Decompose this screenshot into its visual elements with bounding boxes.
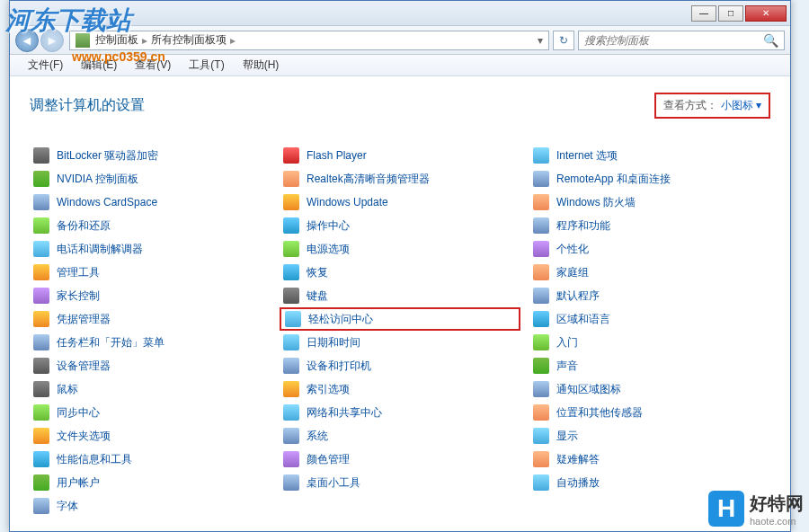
search-icon[interactable]: 🔍 <box>763 33 778 48</box>
cp-item[interactable]: 个性化 <box>529 237 770 261</box>
cp-item-icon <box>33 404 49 421</box>
cp-item[interactable]: 轻松访问中心 <box>280 307 520 331</box>
breadcrumb-field[interactable]: 控制面板 ▸ 所有控制面板项 ▸ ▾ <box>69 31 549 50</box>
refresh-button[interactable]: ↻ <box>553 31 574 50</box>
cp-item[interactable]: 文件夹选项 <box>30 424 271 448</box>
cp-item[interactable]: 同步中心 <box>30 401 271 424</box>
cp-item-label: 字体 <box>57 499 78 514</box>
forward-button[interactable]: ► <box>40 29 64 52</box>
breadcrumb-root[interactable]: 控制面板 <box>95 32 138 48</box>
cp-item[interactable]: 声音 <box>529 354 770 377</box>
cp-item-label: 通知区域图标 <box>556 382 621 397</box>
cp-item[interactable]: 凭据管理器 <box>30 307 271 331</box>
cp-item[interactable]: 键盘 <box>280 284 520 307</box>
cp-item[interactable]: Realtek高清晰音频管理器 <box>280 167 520 191</box>
minimize-button[interactable]: — <box>691 5 716 22</box>
cp-item-label: 恢复 <box>307 265 328 280</box>
haote-logo-icon: H <box>708 491 744 527</box>
cp-item[interactable]: 家长控制 <box>30 284 271 307</box>
cp-item[interactable]: 日期和时间 <box>280 331 520 354</box>
cp-item-icon <box>33 241 49 257</box>
back-button[interactable]: ◄ <box>15 29 39 52</box>
close-button[interactable]: ✕ <box>745 5 787 22</box>
cp-item[interactable]: 用户帐户 <box>30 471 271 494</box>
cp-item[interactable]: 字体 <box>30 494 271 518</box>
cp-item-label: 桌面小工具 <box>307 475 360 491</box>
cp-item[interactable]: 默认程序 <box>529 284 770 307</box>
cp-item[interactable]: 家庭组 <box>529 261 770 284</box>
cp-item[interactable]: 任务栏和「开始」菜单 <box>30 331 271 354</box>
cp-item[interactable]: Windows Update <box>280 191 520 214</box>
cp-item[interactable]: 备份和还原 <box>30 214 271 237</box>
address-bar: ◄ ► 控制面板 ▸ 所有控制面板项 ▸ ▾ ↻ 🔍 <box>10 26 790 55</box>
cp-item[interactable]: 电话和调制解调器 <box>30 237 271 261</box>
cp-item-icon <box>533 428 549 444</box>
watermark-haote: H 好特网 haote.com <box>708 491 804 527</box>
cp-item[interactable]: 设备管理器 <box>30 354 271 377</box>
cp-item[interactable]: 管理工具 <box>30 261 271 284</box>
view-mode-selector[interactable]: 查看方式： 小图标 ▾ <box>654 93 770 119</box>
menu-help[interactable]: 帮助(H) <box>234 55 289 75</box>
cp-item-label: 位置和其他传感器 <box>556 405 643 421</box>
cp-item-label: 入门 <box>556 335 578 350</box>
cp-item[interactable]: 通知区域图标 <box>529 377 770 401</box>
cp-item[interactable]: 操作中心 <box>280 214 520 237</box>
cp-item-icon <box>533 474 549 491</box>
breadcrumb-dropdown[interactable]: ▾ <box>538 34 543 47</box>
chevron-right-icon: ▸ <box>142 34 147 47</box>
cp-item[interactable]: BitLocker 驱动器加密 <box>30 144 271 167</box>
cp-item[interactable]: 系统 <box>280 424 520 448</box>
search-field[interactable]: 🔍 <box>578 31 785 50</box>
cp-item-label: 家长控制 <box>57 288 100 304</box>
cp-item[interactable]: Windows CardSpace <box>30 191 271 214</box>
cp-item-label: 区域和语言 <box>556 312 610 327</box>
cp-item[interactable]: 索引选项 <box>280 377 520 401</box>
breadcrumb-current[interactable]: 所有控制面板项 <box>151 32 227 48</box>
menu-file[interactable]: 文件(F) <box>19 55 72 75</box>
control-panel-icon <box>76 33 90 48</box>
cp-item-label: 默认程序 <box>556 288 600 304</box>
cp-item[interactable]: 鼠标 <box>30 377 271 401</box>
cp-item[interactable]: NVIDIA 控制面板 <box>30 167 271 191</box>
cp-item[interactable]: 电源选项 <box>280 237 520 261</box>
cp-item-icon <box>533 381 549 397</box>
cp-item[interactable]: 程序和功能 <box>529 214 770 237</box>
cp-item[interactable]: 桌面小工具 <box>280 471 520 494</box>
cp-item[interactable]: 位置和其他传感器 <box>529 401 770 424</box>
cp-item[interactable]: 网络和共享中心 <box>280 401 520 424</box>
cp-item[interactable]: 疑难解答 <box>529 448 770 471</box>
cp-item[interactable]: 显示 <box>529 424 770 448</box>
haote-url: haote.com <box>750 516 804 527</box>
menu-edit[interactable]: 编辑(E) <box>72 55 126 75</box>
cp-item-icon <box>283 334 299 350</box>
cp-item[interactable]: Internet 选项 <box>529 144 770 167</box>
cp-item-icon <box>33 147 49 164</box>
cp-item-icon <box>533 194 549 210</box>
cp-item-label: 索引选项 <box>307 382 350 397</box>
cp-item[interactable]: 区域和语言 <box>529 307 770 331</box>
cp-item-label: Windows CardSpace <box>57 196 157 208</box>
cp-item[interactable]: 性能信息和工具 <box>30 448 271 471</box>
cp-item-label: 性能信息和工具 <box>57 452 132 467</box>
cp-item-icon <box>283 474 299 491</box>
cp-item[interactable]: Windows 防火墙 <box>529 191 770 214</box>
menu-tools[interactable]: 工具(T) <box>180 55 233 75</box>
search-input[interactable] <box>584 34 763 47</box>
cp-item[interactable]: 颜色管理 <box>280 448 520 471</box>
view-mode-value[interactable]: 小图标 ▾ <box>721 99 761 111</box>
cp-item-label: 操作中心 <box>307 218 350 234</box>
cp-item-label: 家庭组 <box>556 265 589 280</box>
cp-item-icon <box>533 264 549 280</box>
cp-item[interactable]: 入门 <box>529 331 770 354</box>
cp-item-label: Windows 防火墙 <box>556 195 636 210</box>
menu-view[interactable]: 查看(V) <box>126 55 180 75</box>
cp-item-icon <box>33 217 49 234</box>
cp-item[interactable]: 设备和打印机 <box>280 354 520 377</box>
cp-item[interactable]: 恢复 <box>280 261 520 284</box>
maximize-button[interactable]: □ <box>718 5 743 22</box>
titlebar: — □ ✕ <box>10 1 790 26</box>
cp-item[interactable]: Flash Player <box>280 144 520 167</box>
cp-item-icon <box>33 171 49 187</box>
cp-item[interactable]: RemoteApp 和桌面连接 <box>529 167 770 191</box>
cp-item-icon <box>283 147 299 164</box>
